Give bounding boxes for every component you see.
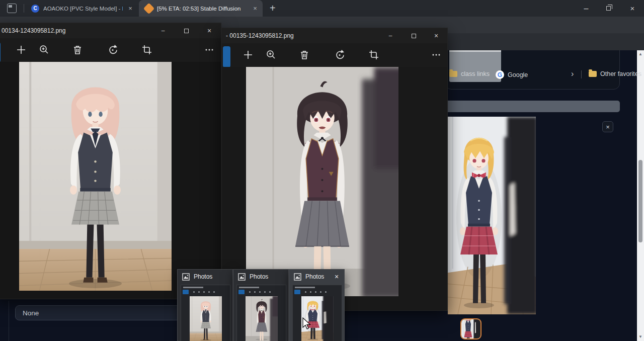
delete-button[interactable]	[69, 41, 86, 58]
mini-photo	[190, 296, 222, 341]
desktop: × None ▲ ▼ C AOAOKO [PVC Style Model] - …	[0, 0, 644, 341]
mini-toolbar-dot	[203, 291, 205, 293]
photos-left-title: 00134-1243095812.png	[2, 27, 65, 34]
scrollbar-down-arrow[interactable]: ▼	[638, 335, 642, 339]
window-minimize-button[interactable]: –	[578, 0, 595, 17]
panel-divider	[9, 301, 9, 341]
restore-icon	[606, 6, 611, 11]
selection-accent-strip	[0, 42, 1, 62]
mini-selected-tool	[238, 290, 245, 294]
window-close-button[interactable]: ×	[624, 0, 641, 17]
taskbar-preview-photos-2[interactable]: Photos	[233, 269, 289, 341]
close-button[interactable]: ×	[428, 29, 445, 42]
mini-title-bar	[239, 287, 259, 288]
preview-thumbnail[interactable]	[181, 285, 230, 341]
mini-toolbar-dot	[254, 291, 256, 293]
favorites-overflow-chevron[interactable]: ›	[571, 69, 574, 78]
maximize-button[interactable]	[405, 29, 422, 42]
photos-app-icon	[182, 273, 190, 281]
mini-toolbar-dot	[259, 291, 261, 293]
mini-toolbar-dot	[208, 291, 210, 293]
see-more-button[interactable]	[428, 46, 445, 63]
scrollbar-thumb[interactable]	[638, 160, 642, 242]
add-icon	[242, 49, 254, 61]
sd-gallery-close-button[interactable]: ×	[602, 121, 613, 132]
new-tab-button[interactable]: +	[270, 3, 276, 14]
rotate-button[interactable]	[104, 41, 121, 58]
favorite-class-links[interactable]: class links	[449, 70, 490, 77]
mini-title-bar	[295, 287, 315, 288]
favorite-other-favorites[interactable]: Other favorites	[589, 70, 641, 77]
zoom-button[interactable]	[263, 46, 280, 63]
mini-selected-tool	[294, 290, 300, 294]
mini-toolbar-dot	[193, 291, 195, 293]
minimize-button[interactable]: –	[382, 29, 399, 42]
mini-toolbar-dot	[249, 291, 251, 293]
add-icon	[15, 44, 27, 56]
favorites-separator	[581, 70, 582, 78]
mini-title-bar	[183, 287, 203, 288]
photos-left-toolbar	[0, 38, 221, 62]
tab-actions-icon[interactable]	[7, 4, 17, 13]
preview-app-label: Photos	[194, 273, 212, 280]
preview-thumbnail[interactable]	[236, 285, 286, 341]
sd-gallery-selected-thumbnail[interactable]	[460, 318, 481, 339]
mouse-cursor	[302, 317, 312, 330]
crop-button[interactable]	[365, 46, 382, 63]
favorite-label: class links	[461, 70, 490, 77]
mini-toolbar-dot	[325, 291, 327, 293]
selection-accent-strip	[223, 46, 230, 67]
photos-left-title-bar[interactable]: 00134-1243095812.png – ×	[0, 23, 221, 38]
preview-close-icon[interactable]: ×	[332, 272, 341, 281]
script-dropdown-value: None	[23, 309, 39, 317]
zoom-button[interactable]	[36, 41, 53, 58]
zoom-in-icon	[38, 44, 50, 56]
preview-thumbnail[interactable]	[292, 285, 342, 341]
add-button[interactable]	[13, 41, 30, 58]
tab-close-icon[interactable]: ×	[126, 4, 135, 13]
gradio-icon	[143, 3, 155, 14]
crop-icon	[368, 49, 380, 61]
photos-window-left: 00134-1243095812.png – ×	[0, 23, 221, 299]
delete-button[interactable]	[296, 46, 313, 63]
photos-right-title: - 00135-1243095812.png	[226, 32, 294, 39]
sd-output-image-blonde-girl[interactable]	[448, 117, 536, 314]
window-restore-button[interactable]	[600, 0, 617, 17]
add-button[interactable]	[239, 46, 257, 63]
close-button[interactable]: ×	[201, 24, 218, 37]
photo-dark-hair-girl	[246, 67, 398, 296]
preview-header: Photos ×	[289, 270, 344, 284]
preview-header: Photos	[178, 270, 232, 284]
mini-toolbar-dot	[269, 291, 271, 293]
tab-stable-diffusion[interactable]: [5% ETA: 02:53] Stable Diffusion ×	[139, 0, 263, 17]
zoom-in-icon	[265, 49, 277, 61]
rotate-icon	[107, 44, 119, 56]
folder-icon	[449, 71, 457, 77]
sd-progress-bar	[445, 101, 620, 112]
tab-close-icon[interactable]: ×	[251, 4, 260, 13]
civitai-icon: C	[31, 5, 39, 13]
scrollbar-up-arrow[interactable]: ▲	[638, 52, 642, 56]
folder-icon	[589, 71, 597, 77]
preview-app-label: Photos	[250, 273, 268, 280]
mini-toolbar-dot	[305, 291, 306, 293]
photos-right-title-bar[interactable]: - 00135-1243095812.png – ×	[222, 28, 447, 43]
mini-toolbar-dot	[213, 291, 215, 293]
photos-left-canvas[interactable]	[0, 62, 221, 299]
browser-tab-strip: C AOAOKO [PVC Style Model] - PV × [5% ET…	[0, 0, 644, 17]
tab-civitai[interactable]: C AOAOKO [PVC Style Model] - PV ×	[26, 0, 138, 17]
mini-selected-tool	[183, 290, 189, 294]
taskbar-preview-photos-1[interactable]: Photos	[177, 269, 233, 341]
mini-toolbar-dot	[310, 291, 311, 293]
mini-toolbar-dot	[264, 291, 266, 293]
favorite-google[interactable]: G Google	[496, 70, 528, 79]
minimize-button[interactable]: –	[154, 24, 172, 37]
photos-app-icon	[238, 273, 246, 281]
mini-toolbar-dot	[320, 291, 321, 293]
maximize-button[interactable]	[178, 24, 195, 37]
crop-button[interactable]	[138, 41, 155, 58]
taskbar-preview-photos-3[interactable]: Photos ×	[289, 269, 345, 341]
see-more-button[interactable]	[201, 41, 218, 58]
rotate-button[interactable]	[331, 46, 348, 63]
maximize-icon	[184, 29, 189, 33]
